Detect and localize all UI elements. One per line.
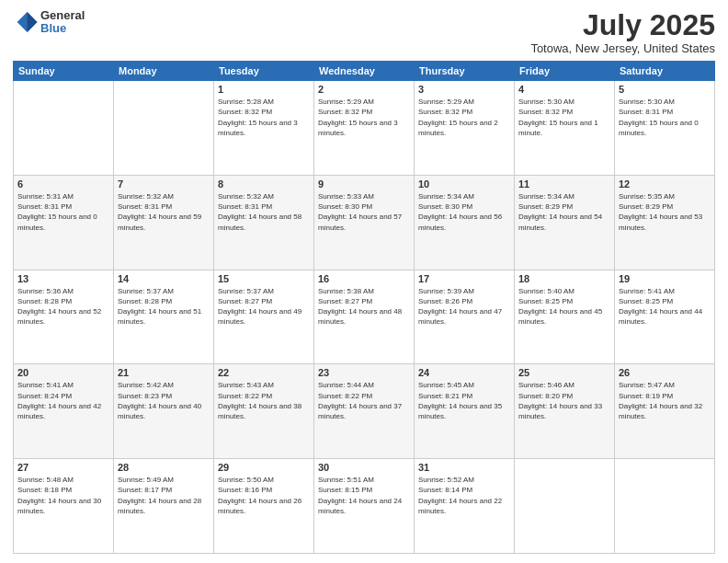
- day-number: 27: [17, 462, 109, 473]
- day-info: Sunrise: 5:37 AM Sunset: 8:28 PM Dayligh…: [118, 286, 210, 327]
- day-info: Sunrise: 5:34 AM Sunset: 8:30 PM Dayligh…: [418, 191, 510, 233]
- day-cell: 13Sunrise: 5:36 AM Sunset: 8:28 PM Dayli…: [14, 270, 114, 364]
- day-number: 17: [418, 273, 510, 284]
- day-cell: 11Sunrise: 5:34 AM Sunset: 8:29 PM Dayli…: [515, 175, 615, 270]
- subtitle: Totowa, New Jersey, United States: [530, 41, 715, 55]
- title-block: July 2025 Totowa, New Jersey, United Sta…: [530, 9, 715, 55]
- day-info: Sunrise: 5:32 AM Sunset: 8:31 PM Dayligh…: [118, 191, 210, 233]
- day-number: 31: [418, 462, 510, 473]
- day-cell: 1Sunrise: 5:28 AM Sunset: 8:32 PM Daylig…: [214, 81, 314, 176]
- day-number: 9: [318, 178, 410, 190]
- day-number: 3: [418, 84, 510, 95]
- day-number: 14: [118, 273, 210, 284]
- day-cell: 7Sunrise: 5:32 AM Sunset: 8:31 PM Daylig…: [114, 175, 214, 270]
- day-cell: [615, 459, 715, 554]
- day-cell: [14, 81, 114, 176]
- day-cell: 26Sunrise: 5:47 AM Sunset: 8:19 PM Dayli…: [615, 364, 715, 459]
- day-cell: 12Sunrise: 5:35 AM Sunset: 8:29 PM Dayli…: [615, 175, 715, 270]
- day-header-monday: Monday: [114, 62, 214, 81]
- day-cell: 20Sunrise: 5:41 AM Sunset: 8:24 PM Dayli…: [14, 364, 114, 459]
- day-info: Sunrise: 5:30 AM Sunset: 8:31 PM Dayligh…: [619, 97, 711, 138]
- day-number: 6: [17, 178, 109, 190]
- logo-icon: [13, 9, 39, 35]
- day-cell: 30Sunrise: 5:51 AM Sunset: 8:15 PM Dayli…: [314, 459, 415, 554]
- day-number: 21: [118, 367, 210, 378]
- day-number: 7: [118, 178, 210, 190]
- day-number: 4: [518, 84, 610, 95]
- logo-text: General Blue: [40, 9, 85, 36]
- day-info: Sunrise: 5:31 AM Sunset: 8:31 PM Dayligh…: [17, 191, 109, 233]
- day-number: 19: [619, 273, 711, 284]
- header: General Blue July 2025 Totowa, New Jerse…: [13, 9, 715, 55]
- day-info: Sunrise: 5:46 AM Sunset: 8:20 PM Dayligh…: [518, 380, 610, 421]
- day-info: Sunrise: 5:28 AM Sunset: 8:32 PM Dayligh…: [218, 97, 310, 138]
- page: General Blue July 2025 Totowa, New Jerse…: [0, 0, 728, 563]
- day-cell: 29Sunrise: 5:50 AM Sunset: 8:16 PM Dayli…: [214, 459, 314, 554]
- day-cell: 25Sunrise: 5:46 AM Sunset: 8:20 PM Dayli…: [515, 364, 615, 459]
- day-cell: 6Sunrise: 5:31 AM Sunset: 8:31 PM Daylig…: [14, 175, 114, 270]
- logo-general: General: [40, 9, 85, 22]
- day-cell: 21Sunrise: 5:42 AM Sunset: 8:23 PM Dayli…: [114, 364, 214, 459]
- day-cell: 2Sunrise: 5:29 AM Sunset: 8:32 PM Daylig…: [314, 81, 415, 176]
- day-number: 20: [17, 367, 109, 378]
- day-info: Sunrise: 5:36 AM Sunset: 8:28 PM Dayligh…: [17, 286, 109, 327]
- week-row-5: 27Sunrise: 5:48 AM Sunset: 8:18 PM Dayli…: [14, 459, 715, 554]
- day-info: Sunrise: 5:29 AM Sunset: 8:32 PM Dayligh…: [418, 97, 510, 138]
- day-cell: [114, 81, 214, 176]
- day-info: Sunrise: 5:35 AM Sunset: 8:29 PM Dayligh…: [619, 191, 711, 233]
- day-cell: 28Sunrise: 5:49 AM Sunset: 8:17 PM Dayli…: [114, 459, 214, 554]
- day-cell: 22Sunrise: 5:43 AM Sunset: 8:22 PM Dayli…: [214, 364, 314, 459]
- day-number: 12: [619, 178, 711, 190]
- day-info: Sunrise: 5:38 AM Sunset: 8:27 PM Dayligh…: [318, 286, 410, 327]
- day-info: Sunrise: 5:37 AM Sunset: 8:27 PM Dayligh…: [218, 286, 310, 327]
- week-row-3: 13Sunrise: 5:36 AM Sunset: 8:28 PM Dayli…: [14, 270, 715, 364]
- day-cell: 8Sunrise: 5:32 AM Sunset: 8:31 PM Daylig…: [214, 175, 314, 270]
- calendar-table: SundayMondayTuesdayWednesdayThursdayFrid…: [13, 61, 715, 554]
- day-cell: 10Sunrise: 5:34 AM Sunset: 8:30 PM Dayli…: [415, 175, 515, 270]
- day-info: Sunrise: 5:41 AM Sunset: 8:25 PM Dayligh…: [619, 286, 711, 327]
- day-number: 11: [518, 178, 610, 190]
- day-info: Sunrise: 5:34 AM Sunset: 8:29 PM Dayligh…: [518, 191, 610, 233]
- week-row-2: 6Sunrise: 5:31 AM Sunset: 8:31 PM Daylig…: [14, 175, 715, 270]
- day-cell: 4Sunrise: 5:30 AM Sunset: 8:32 PM Daylig…: [515, 81, 615, 176]
- week-row-1: 1Sunrise: 5:28 AM Sunset: 8:32 PM Daylig…: [14, 81, 715, 176]
- day-number: 13: [17, 273, 109, 284]
- day-number: 28: [118, 462, 210, 473]
- day-info: Sunrise: 5:33 AM Sunset: 8:30 PM Dayligh…: [318, 191, 410, 233]
- day-header-thursday: Thursday: [415, 62, 515, 81]
- day-number: 10: [418, 178, 510, 190]
- day-cell: 16Sunrise: 5:38 AM Sunset: 8:27 PM Dayli…: [314, 270, 415, 364]
- logo-blue: Blue: [40, 22, 85, 35]
- day-number: 2: [318, 84, 410, 95]
- day-number: 30: [318, 462, 410, 473]
- day-info: Sunrise: 5:29 AM Sunset: 8:32 PM Dayligh…: [318, 97, 410, 138]
- day-info: Sunrise: 5:44 AM Sunset: 8:22 PM Dayligh…: [318, 380, 410, 421]
- day-cell: 15Sunrise: 5:37 AM Sunset: 8:27 PM Dayli…: [214, 270, 314, 364]
- day-info: Sunrise: 5:48 AM Sunset: 8:18 PM Dayligh…: [17, 475, 109, 516]
- logo: General Blue: [13, 9, 85, 36]
- day-info: Sunrise: 5:39 AM Sunset: 8:26 PM Dayligh…: [418, 286, 510, 327]
- day-number: 26: [619, 367, 711, 378]
- svg-marker-1: [28, 12, 38, 32]
- day-cell: 17Sunrise: 5:39 AM Sunset: 8:26 PM Dayli…: [415, 270, 515, 364]
- day-header-saturday: Saturday: [615, 62, 715, 81]
- day-cell: 23Sunrise: 5:44 AM Sunset: 8:22 PM Dayli…: [314, 364, 415, 459]
- day-cell: 24Sunrise: 5:45 AM Sunset: 8:21 PM Dayli…: [415, 364, 515, 459]
- day-info: Sunrise: 5:32 AM Sunset: 8:31 PM Dayligh…: [218, 191, 310, 233]
- day-info: Sunrise: 5:45 AM Sunset: 8:21 PM Dayligh…: [418, 380, 510, 421]
- day-cell: 27Sunrise: 5:48 AM Sunset: 8:18 PM Dayli…: [14, 459, 114, 554]
- day-number: 22: [218, 367, 310, 378]
- day-cell: 5Sunrise: 5:30 AM Sunset: 8:31 PM Daylig…: [615, 81, 715, 176]
- day-number: 25: [518, 367, 610, 378]
- day-cell: 19Sunrise: 5:41 AM Sunset: 8:25 PM Dayli…: [615, 270, 715, 364]
- day-info: Sunrise: 5:30 AM Sunset: 8:32 PM Dayligh…: [518, 97, 610, 138]
- day-number: 1: [218, 84, 310, 95]
- header-row: SundayMondayTuesdayWednesdayThursdayFrid…: [14, 62, 715, 81]
- day-info: Sunrise: 5:52 AM Sunset: 8:14 PM Dayligh…: [418, 475, 510, 516]
- day-info: Sunrise: 5:41 AM Sunset: 8:24 PM Dayligh…: [17, 380, 109, 421]
- day-cell: 3Sunrise: 5:29 AM Sunset: 8:32 PM Daylig…: [415, 81, 515, 176]
- day-cell: 9Sunrise: 5:33 AM Sunset: 8:30 PM Daylig…: [314, 175, 415, 270]
- day-info: Sunrise: 5:43 AM Sunset: 8:22 PM Dayligh…: [218, 380, 310, 421]
- day-cell: 31Sunrise: 5:52 AM Sunset: 8:14 PM Dayli…: [415, 459, 515, 554]
- day-number: 5: [619, 84, 711, 95]
